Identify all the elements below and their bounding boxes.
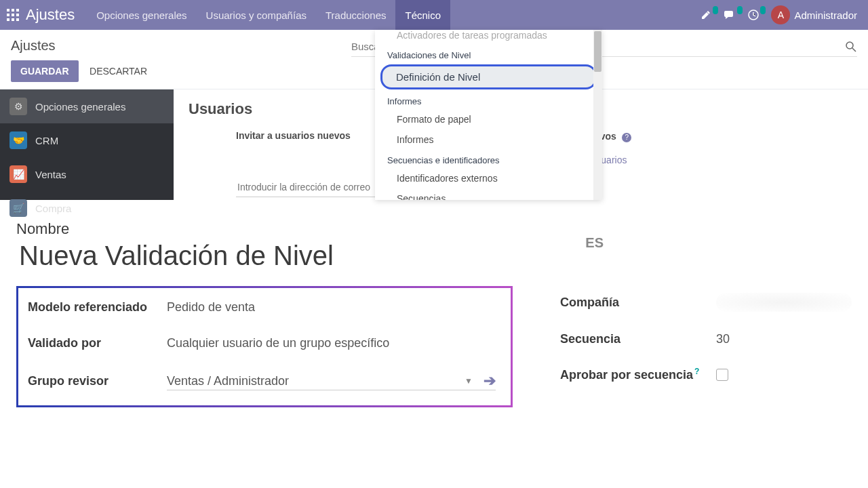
dropdown-item-informes[interactable]: Informes xyxy=(375,129,602,150)
dropdown-item-definicion-nivel[interactable]: Definición de Nivel xyxy=(380,64,597,89)
sidebar-item-ventas[interactable]: 📈 Ventas xyxy=(0,157,174,191)
form-left-group: Modelo referenciado Pedido de venta Vali… xyxy=(16,286,513,407)
secuencia-value[interactable]: 30 xyxy=(716,332,730,346)
dropdown-section-secuencias: Secuencias e identificadores xyxy=(375,150,602,168)
avatar: A xyxy=(771,5,790,24)
discard-button[interactable]: DESCARTAR xyxy=(81,60,155,82)
aprobar-secuencia-checkbox[interactable] xyxy=(716,369,728,381)
gear-icon: ⚙ xyxy=(9,98,27,115)
sidebar-item-label: Opciones generales xyxy=(35,101,125,113)
validado-por-value[interactable]: Cualquier usuario de un grupo específico xyxy=(167,336,496,350)
nav-opciones-generales[interactable]: Opciones generales xyxy=(87,0,196,30)
dropdown-section-informes: Informes xyxy=(375,91,602,109)
dropdown-item-secuencias[interactable]: Secuencias xyxy=(375,188,602,200)
compania-label: Compañía xyxy=(560,296,716,310)
nav-usuarios-companias[interactable]: Usuarios y compañías xyxy=(197,0,316,30)
modelo-ref-value[interactable]: Pedido de venta xyxy=(167,300,496,314)
user-name: Administrador xyxy=(794,9,857,21)
help-icon[interactable]: ? xyxy=(694,367,699,376)
settings-sidebar: ⚙ Opciones generales 🤝 CRM 📈 Ventas 🛒 Co… xyxy=(0,89,174,200)
dropdown-item-identificadores[interactable]: Identificadores externos xyxy=(375,168,602,188)
dropdown-item-formato-papel[interactable]: Formato de papel xyxy=(375,109,602,129)
grupo-revisor-label: Grupo revisor xyxy=(28,374,167,388)
secuencia-label: Secuencia xyxy=(560,332,716,346)
dropdown-section-validaciones: Validaciones de Nivel xyxy=(375,45,602,63)
external-link-icon[interactable]: ➔ xyxy=(484,372,496,390)
validado-por-label: Validado por xyxy=(28,336,167,350)
nav-tecnico[interactable]: Técnico xyxy=(395,0,450,30)
grupo-revisor-select[interactable]: Ventas / Administrador xyxy=(167,374,459,388)
name-label: Nombre xyxy=(16,220,852,238)
lang-badge[interactable]: ES xyxy=(585,235,604,251)
tray-compose-icon[interactable] xyxy=(701,9,711,20)
search-icon[interactable] xyxy=(845,41,857,53)
handshake-icon: 🤝 xyxy=(9,131,27,149)
compania-value[interactable] xyxy=(716,293,852,312)
brand-title: Ajustes xyxy=(26,6,75,24)
tray-activity-icon[interactable] xyxy=(748,9,759,20)
sidebar-item-opciones-generales[interactable]: ⚙ Opciones generales xyxy=(0,89,174,123)
nav-traducciones[interactable]: Traducciones xyxy=(316,0,396,30)
record-title: Nueva Validación de Nivel xyxy=(19,241,852,271)
sidebar-item-crm[interactable]: 🤝 CRM xyxy=(0,123,174,157)
sidebar-item-label: CRM xyxy=(35,135,58,146)
aprobar-secuencia-label: Aprobar por secuencia? xyxy=(560,367,716,382)
page-title: Ajustes xyxy=(11,38,155,54)
chart-icon: 📈 xyxy=(9,165,27,183)
tray-messages-icon[interactable] xyxy=(724,9,736,20)
save-button[interactable]: GUARDAR xyxy=(11,60,79,82)
user-menu[interactable]: A Administrador xyxy=(771,5,857,24)
help-icon[interactable]: ? xyxy=(622,133,631,142)
invite-email-input[interactable] xyxy=(236,178,378,197)
svg-line-2 xyxy=(852,48,856,52)
dropdown-scrollbar[interactable]: ▲ xyxy=(593,30,602,200)
apps-menu-icon[interactable] xyxy=(7,9,19,21)
svg-point-1 xyxy=(846,42,853,49)
tecnico-dropdown: Activadores de tareas programadas Valida… xyxy=(375,30,602,200)
invite-users-label: Invitar a usuarios nuevos xyxy=(236,130,351,165)
dropdown-item-cut[interactable]: Activadores de tareas programadas xyxy=(375,30,602,45)
modelo-ref-label: Modelo referenciado xyxy=(28,300,167,314)
chevron-down-icon[interactable]: ▼ xyxy=(465,376,473,386)
sidebar-item-label: Ventas xyxy=(35,169,66,180)
